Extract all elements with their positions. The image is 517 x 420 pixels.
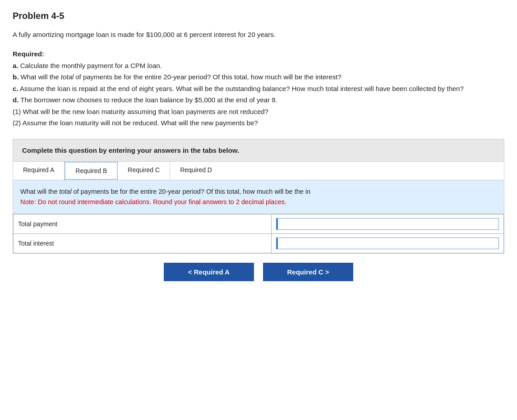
- total-interest-label: Total interest: [14, 233, 272, 253]
- next-button-label: Required C >: [287, 268, 329, 276]
- table-row: Total payment: [14, 214, 504, 233]
- req-b-letter: b.: [13, 73, 18, 81]
- complete-box-text: Complete this question by entering your …: [22, 146, 239, 154]
- tab-required-d[interactable]: Required D: [170, 162, 222, 180]
- req-d-text: The borrower now chooses to reduce the l…: [20, 96, 277, 104]
- prev-button[interactable]: < Required A: [164, 263, 254, 281]
- req-d-letter: d.: [13, 96, 18, 104]
- tab-main-text: What will the total of payments be for t…: [20, 187, 497, 197]
- tab-required-b[interactable]: Required B: [65, 162, 118, 180]
- tab-note: Note: Do not round intermediate calculat…: [20, 197, 497, 207]
- problem-title: Problem 4-5: [13, 11, 504, 21]
- req-d-sub2: (2) Assume the loan maturity will not be…: [13, 117, 504, 129]
- req-a-letter: a.: [13, 62, 18, 69]
- req-b-text-after: of payments be for the entire 20-year pe…: [74, 73, 342, 81]
- total-payment-input[interactable]: [276, 218, 499, 230]
- req-d-sub1: (1) What will be the new loan maturity a…: [13, 106, 504, 118]
- req-b-text-before: What will the: [21, 73, 61, 81]
- tab-text-before: What will the: [20, 188, 59, 195]
- answer-table: Total payment Total interest: [13, 214, 504, 253]
- required-label: Required:: [13, 50, 44, 58]
- problem-description: A fully amortizing mortgage loan is made…: [13, 29, 504, 40]
- total-interest-cell: [272, 233, 504, 253]
- req-c-letter: c.: [13, 85, 18, 92]
- total-interest-input[interactable]: [276, 237, 499, 249]
- tabs-container: Required A Required B Required C Require…: [13, 162, 504, 254]
- total-payment-cell: [272, 214, 504, 233]
- tab-italic: total: [59, 188, 71, 195]
- table-row: Total interest: [14, 233, 504, 253]
- req-b-italic: total: [61, 73, 74, 81]
- total-payment-label: Total payment: [14, 214, 272, 233]
- prev-button-label: < Required A: [188, 268, 230, 276]
- tab-required-a[interactable]: Required A: [13, 162, 65, 180]
- tab-content: What will the total of payments be for t…: [13, 180, 504, 214]
- tabs-row: Required A Required B Required C Require…: [13, 162, 504, 180]
- complete-box: Complete this question by entering your …: [13, 139, 504, 162]
- req-a-text: Calculate the monthly payment for a CPM …: [20, 62, 162, 69]
- required-section: Required: a. Calculate the monthly payme…: [13, 48, 504, 129]
- next-button[interactable]: Required C >: [263, 263, 353, 281]
- tab-text-after: of payments be for the entire 20-year pe…: [72, 188, 311, 195]
- nav-buttons: < Required A Required C >: [13, 254, 504, 286]
- req-c-text: Assume the loan is repaid at the end of …: [20, 85, 464, 92]
- tab-required-c[interactable]: Required C: [118, 162, 170, 180]
